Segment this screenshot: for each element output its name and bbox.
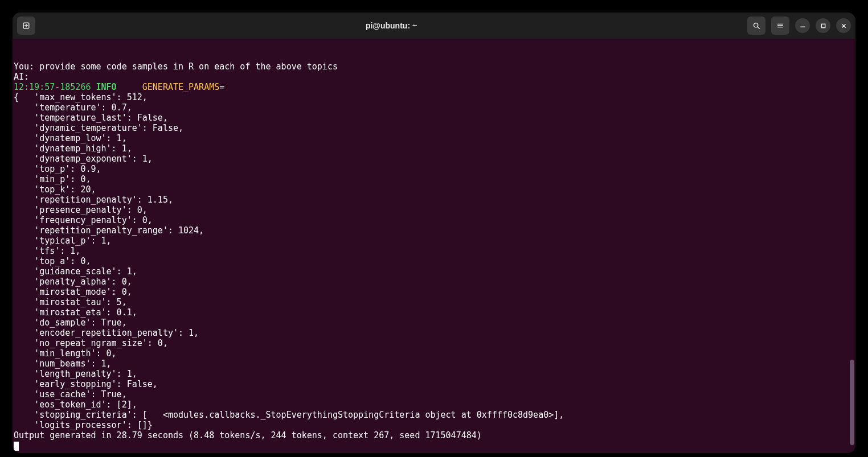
- svg-rect-2: [821, 24, 825, 27]
- maximize-button[interactable]: [816, 18, 830, 33]
- terminal-line: 'dynatemp_exponent': 1,: [14, 154, 854, 164]
- terminal-line: 'min_p': 0,: [14, 174, 854, 184]
- terminal-window: pi@ubuntu: ~ You: provide some code samp…: [13, 13, 855, 453]
- terminal-line: 'repetition_penalty_range': 1024,: [14, 225, 854, 236]
- terminal-line: 'penalty_alpha': 0,: [14, 277, 854, 287]
- scrollbar-thumb[interactable]: [850, 360, 854, 445]
- terminal-line: 'presence_penalty': 0,: [14, 205, 854, 215]
- terminal-line: 'dynamic_temperature': False,: [14, 123, 854, 133]
- terminal-line: AI:: [14, 72, 854, 82]
- terminal-line: 'mirostat_mode': 0,: [14, 287, 854, 297]
- terminal-line: 'mirostat_eta': 0.1,: [14, 307, 854, 318]
- terminal-cursor-line: [14, 440, 854, 451]
- terminal-line: 'top_p': 0.9,: [14, 164, 854, 174]
- window-title: pi@ubuntu: ~: [35, 21, 747, 30]
- terminal-line: 'early_stopping': False,: [14, 379, 854, 389]
- terminal-line: 'typical_p': 1,: [14, 236, 854, 246]
- terminal-line: 'do_sample': True,: [14, 318, 854, 328]
- terminal-line: 'repetition_penalty': 1.15,: [14, 195, 854, 205]
- terminal-line: 'num_beams': 1,: [14, 359, 854, 369]
- terminal-line: 'top_k': 20,: [14, 184, 854, 195]
- terminal-line: 'use_cache': True,: [14, 389, 854, 400]
- terminal-line: You: provide some code samples in R on e…: [14, 61, 854, 72]
- terminal-line: 'logits_processor': []}: [14, 420, 854, 430]
- terminal-line: 12:19:57-185266 INFO GENERATE_PARAMS=: [14, 82, 854, 92]
- terminal-line: 'temperature_last': False,: [14, 113, 854, 123]
- search-button[interactable]: [747, 17, 765, 35]
- terminal-line: 'frequency_penalty': 0,: [14, 215, 854, 225]
- terminal-line: 'eos_token_id': [2],: [14, 400, 854, 410]
- terminal-line: 'no_repeat_ngram_size': 0,: [14, 338, 854, 348]
- terminal-line: 'encoder_repetition_penalty': 1,: [14, 328, 854, 338]
- terminal-line: 'min_length': 0,: [14, 348, 854, 359]
- terminal-line: 'guidance_scale': 1,: [14, 266, 854, 277]
- terminal-line: { 'max_new_tokens': 512,: [14, 92, 854, 102]
- cursor: [14, 442, 19, 451]
- terminal-line: 'mirostat_tau': 5,: [14, 297, 854, 307]
- terminal-line: 'top_a': 0,: [14, 256, 854, 266]
- terminal-line: 'temperature': 0.7,: [14, 102, 854, 113]
- minimize-button[interactable]: [795, 18, 810, 33]
- titlebar: pi@ubuntu: ~: [13, 13, 855, 39]
- close-button[interactable]: [836, 18, 851, 33]
- new-tab-button[interactable]: [17, 17, 35, 35]
- terminal-line: 'length_penalty': 1,: [14, 369, 854, 379]
- terminal-line: 'dynatemp_low': 1,: [14, 133, 854, 143]
- terminal-line: 'stopping_criteria': [ <modules.callback…: [14, 410, 854, 420]
- menu-button[interactable]: [771, 17, 789, 35]
- terminal-line: Output generated in 28.79 seconds (8.48 …: [14, 430, 854, 440]
- terminal-line: 'dynatemp_high': 1,: [14, 143, 854, 154]
- terminal-line: 'tfs': 1,: [14, 246, 854, 256]
- terminal-body[interactable]: You: provide some code samples in R on e…: [13, 39, 855, 453]
